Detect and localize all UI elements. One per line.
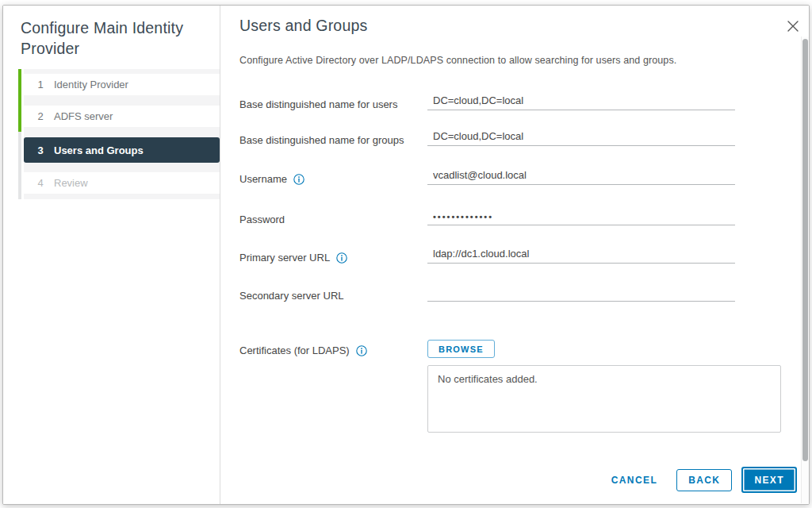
sidebar-step-identity-provider[interactable]: 1 Identity Provider [24,74,220,95]
close-x-glyph [786,19,800,33]
certificates-list-box: No certificates added. [427,365,781,433]
step-number: 4 [36,177,44,189]
back-button[interactable]: BACK [676,469,732,491]
configure-identity-provider-dialog: Configure Main Identity Provider 1 Ident… [2,5,810,505]
field-label: Secondary server URL [239,289,344,302]
info-icon[interactable] [336,252,347,264]
wizard-footer: CANCEL BACK NEXT [610,467,797,493]
base-dn-users-input[interactable] [427,93,735,110]
field-row-primary-server-url: Primary server URL [239,250,347,274]
field-row-base-dn-groups: Base distinguished name for groups [239,133,404,156]
step-label: Users and Groups [54,144,144,156]
sidebar-step-adfs-server[interactable]: 2 ADFS server [24,106,220,127]
page-title: Users and Groups [239,17,367,35]
sidebar-step-users-and-groups[interactable]: 3 Users and Groups [24,137,220,163]
field-label: Base distinguished name for users [239,98,397,111]
field-row-certificates: Certificates (for LDAPS) BROWSE [239,343,367,367]
step-number: 3 [36,144,44,156]
browse-button[interactable]: BROWSE [427,340,495,358]
wizard-page-content: Users and Groups Configure Active Direct… [220,6,809,504]
field-row-password: Password [239,212,285,236]
secondary-server-url-input[interactable] [427,284,735,302]
primary-server-url-input[interactable] [427,246,735,264]
cancel-button[interactable]: CANCEL [610,470,659,491]
step-number: 2 [36,110,44,122]
field-label: Certificates (for LDAPS) [239,344,367,357]
field-row-base-dn-users: Base distinguished name for users [239,97,397,121]
step-progress-track [18,69,21,199]
field-label: Primary server URL [239,251,347,264]
field-label: Username [239,172,304,186]
step-label: Identity Provider [54,79,128,90]
field-label-text: Primary server URL [239,251,330,264]
field-label-text: Username [239,172,287,186]
close-icon[interactable] [786,19,800,33]
info-icon[interactable] [293,174,304,185]
scrollbar-thumb[interactable] [802,39,808,461]
certificates-empty-text: No certificates added. [428,366,780,392]
step-label: Review [54,177,88,189]
base-dn-groups-input[interactable] [427,129,735,146]
step-progress-bar [18,69,21,132]
field-label: Base distinguished name for groups [239,133,404,147]
field-row-username: Username [239,171,304,195]
password-input[interactable] [427,208,735,225]
wizard-step-sidebar: Configure Main Identity Provider 1 Ident… [3,6,220,504]
field-label: Password [239,213,285,226]
wizard-title: Configure Main Identity Provider [21,17,209,59]
page-description: Configure Active Directory over LADP/LDA… [239,55,676,66]
screen: Configure Main Identity Provider 1 Ident… [0,0,812,508]
scrollbar-track[interactable] [801,37,809,503]
field-label-text: Certificates (for LDAPS) [239,344,350,357]
info-icon[interactable] [356,345,367,356]
field-row-secondary-server-url: Secondary server URL [239,288,344,312]
step-label: ADFS server [54,110,113,122]
username-input[interactable] [427,167,735,185]
next-button[interactable]: NEXT [741,467,797,493]
step-number: 1 [36,79,44,90]
sidebar-step-review: 4 Review [24,172,220,194]
